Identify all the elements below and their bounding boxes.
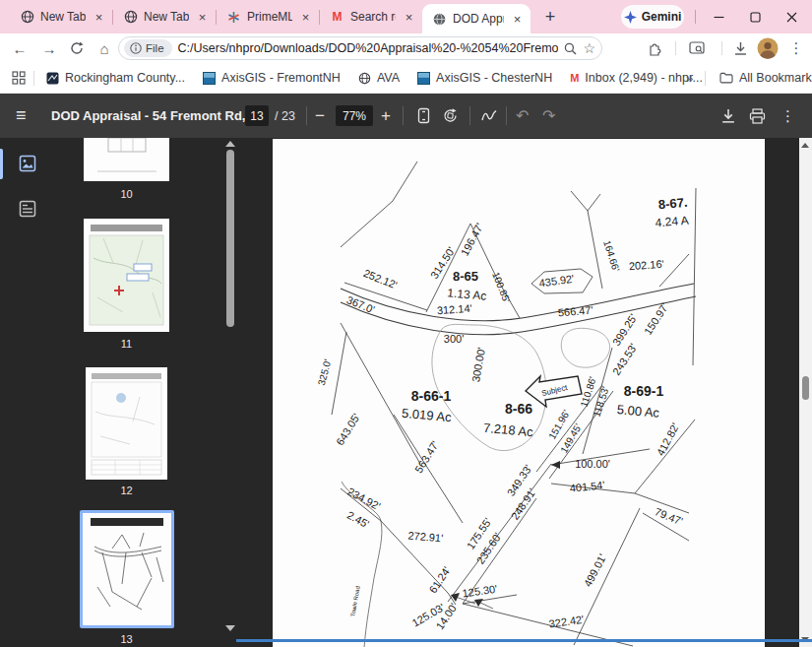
toolbar-separator (306, 106, 307, 125)
gemini-button[interactable]: Gemini (621, 5, 684, 29)
page-total-label: / 23 (275, 94, 295, 138)
maximize-button[interactable] (737, 0, 774, 33)
bottom-accent-line (236, 639, 812, 642)
map-label: 300' (444, 333, 464, 345)
file-chip[interactable]: File (124, 39, 172, 57)
bookmarks-bar: Rockingham County... AxisGIS - FremontNH… (0, 63, 812, 94)
toolbar-separator (675, 41, 676, 55)
map-label: 243.53' (610, 342, 640, 378)
side-search-icon[interactable] (685, 36, 709, 60)
pdf-page-plat-map: 252.12'367.0'314.50'196.47'8-651.13 Ac10… (273, 139, 765, 647)
thumbnail-page-10[interactable] (84, 138, 169, 181)
map-label: 8-67. (657, 195, 688, 213)
map-label: 272.91' (407, 529, 444, 544)
zoom-in-button[interactable]: + (381, 94, 391, 138)
map-label: 322.42' (548, 614, 585, 630)
thumbnail-page-12[interactable] (86, 367, 167, 480)
tab-primemls[interactable]: PrimeMLS D... × (217, 0, 319, 33)
pdf-more-icon[interactable]: ⋮ (781, 94, 795, 138)
thumbnail-page-number: 10 (84, 188, 169, 200)
tab-new-tab-1[interactable]: New Tab × (10, 0, 112, 33)
thumbnails-panel-icon[interactable] (19, 155, 36, 172)
map-label: 2.45' (345, 509, 371, 531)
bookmark-star-icon[interactable]: ☆ (583, 40, 595, 56)
tab-close-icon[interactable]: × (510, 12, 525, 27)
outline-panel-icon[interactable] (19, 200, 36, 218)
tab-strip: New Tab × New Tab × PrimeMLS D... × M Se… (0, 0, 812, 33)
panel-scroll-down-icon[interactable] (225, 625, 235, 631)
home-icon[interactable]: ⌂ (93, 36, 116, 60)
all-bookmarks-button[interactable]: All Bookmarks (719, 71, 812, 85)
toolbar-separator (469, 106, 470, 125)
map-label: 401.54' (569, 479, 605, 494)
gmail-icon: M (570, 72, 579, 84)
close-window-button[interactable] (774, 0, 810, 33)
tab-close-icon[interactable]: × (402, 10, 416, 25)
bookmark-rockingham[interactable]: Rockingham County... (46, 71, 185, 85)
bookmark-ava[interactable]: AVA (358, 71, 400, 85)
map-label: Towle Road (349, 586, 360, 617)
redo-icon[interactable]: ↷ (542, 94, 555, 138)
panel-scrollbar-thumb[interactable] (226, 150, 234, 327)
fit-page-icon[interactable] (416, 94, 431, 138)
tab-search-results[interactable]: M Search resul... × (320, 0, 422, 33)
undo-icon[interactable]: ↶ (516, 94, 529, 138)
url-text[interactable]: C:/Users/nhpro/Downloads/DOD%20Appraisal… (178, 41, 559, 55)
page-number-input[interactable]: 13 (245, 105, 269, 126)
tab-close-icon[interactable]: × (195, 10, 210, 25)
zoom-page-icon[interactable] (564, 42, 577, 55)
minimize-button[interactable] (701, 0, 737, 33)
thumbnail-page-11[interactable] (84, 219, 169, 332)
rotate-icon[interactable] (442, 94, 459, 138)
arrowhead (474, 599, 483, 607)
omnibox[interactable]: File C:/Users/nhpro/Downloads/DOD%20Appr… (118, 36, 602, 60)
downloads-icon[interactable] (728, 36, 752, 60)
bookmarks-separator (33, 71, 34, 86)
window-controls (701, 0, 810, 33)
back-icon[interactable]: ← (8, 36, 31, 60)
map-label: 5.00 Ac (616, 402, 660, 421)
map-label: 150.97' (642, 301, 671, 338)
print-icon[interactable] (749, 94, 766, 138)
tab-title: New Tab (40, 10, 86, 24)
apps-grid-icon[interactable] (12, 71, 26, 85)
browser-menu-icon[interactable]: ⋮ (784, 36, 808, 60)
zoom-level-box[interactable]: 77% (336, 105, 373, 126)
download-pdf-icon[interactable] (720, 94, 736, 138)
bookmark-inbox[interactable]: M Inbox (2,949) - nhpr... (570, 71, 703, 85)
thumbnail-page-13-selected[interactable] (80, 510, 174, 628)
map-label: 100.85' (490, 271, 512, 304)
scroll-up-icon[interactable] (801, 143, 809, 148)
tab-new-tab-2[interactable]: New Tab × (113, 0, 216, 33)
pdf-menu-icon[interactable]: ≡ (16, 94, 27, 138)
panel-scroll-up-icon[interactable] (225, 141, 235, 147)
tab-dod-appraisal-active[interactable]: DOD Apprai... × (422, 4, 531, 33)
profile-avatar[interactable] (756, 36, 780, 60)
tab-close-icon[interactable]: × (92, 10, 106, 25)
titlebar-separator (695, 10, 696, 24)
main-scrollbar-thumb[interactable] (802, 376, 809, 400)
map-label: 79.47' (654, 505, 685, 527)
bookmarks-overflow-icon[interactable]: » (686, 71, 693, 86)
reload-icon[interactable] (65, 36, 89, 60)
tab-title: DOD Apprai... (453, 12, 504, 26)
extensions-puzzle-icon[interactable] (643, 36, 666, 60)
bookmark-axisgis-chester[interactable]: AxisGIS - ChesterNH (417, 71, 552, 85)
map-label: 202.16' (628, 258, 664, 272)
thumbnail-page-number: 12 (84, 485, 169, 496)
main-scrollbar[interactable] (799, 138, 812, 647)
map-label: 325.0' (316, 358, 334, 387)
tab-close-icon[interactable]: × (298, 10, 313, 25)
document-globe-icon (432, 12, 447, 27)
map-label: 499.01' (582, 552, 608, 589)
annotate-pen-icon[interactable] (480, 94, 498, 138)
map-label: 312.14' (436, 302, 472, 316)
bookmark-axisgis-fremont[interactable]: AxisGIS - FremontNH (203, 71, 341, 85)
map-label: 643.05' (334, 412, 362, 448)
info-icon (130, 42, 142, 54)
zoom-out-button[interactable]: − (315, 94, 325, 138)
new-tab-button[interactable]: + (538, 7, 562, 28)
bookmark-label: AVA (377, 71, 400, 85)
forward-icon[interactable]: → (37, 36, 61, 60)
map-label: 125.30' (462, 583, 498, 600)
